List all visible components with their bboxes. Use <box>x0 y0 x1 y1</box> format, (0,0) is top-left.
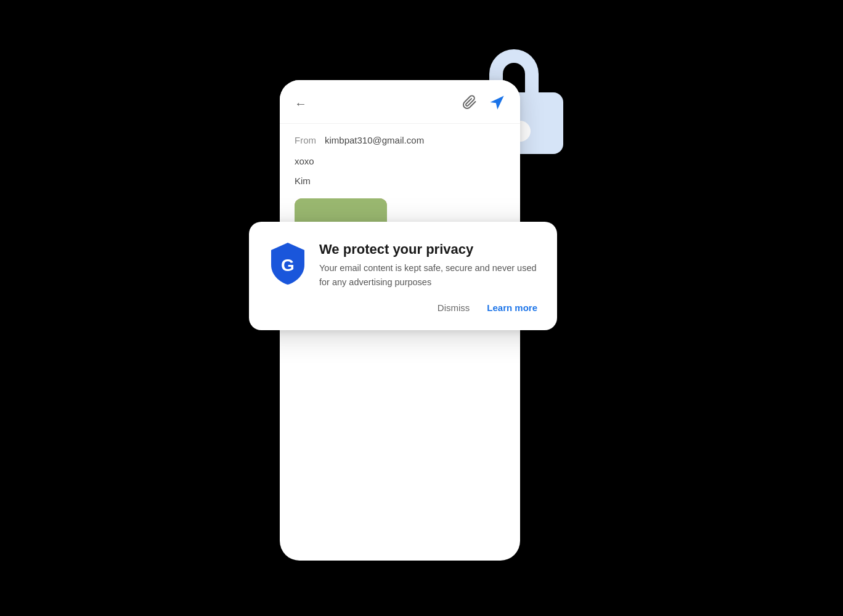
google-shield-icon: G <box>269 241 307 286</box>
privacy-text-content: We protect your privacy Your email conte… <box>319 241 537 289</box>
dismiss-button[interactable]: Dismiss <box>438 302 470 313</box>
from-email-address: kimbpat310@gmail.com <box>325 135 424 145</box>
from-row: From kimbpat310@gmail.com <box>280 124 520 154</box>
learn-more-button[interactable]: Learn more <box>487 302 537 313</box>
send-icon[interactable] <box>488 94 505 113</box>
privacy-card-header: G We protect your privacy Your email con… <box>269 241 537 289</box>
back-button[interactable]: ← <box>295 97 307 111</box>
svg-marker-0 <box>491 96 504 110</box>
privacy-description: Your email content is kept safe, secure … <box>319 261 537 289</box>
svg-text:G: G <box>281 256 295 275</box>
privacy-title: We protect your privacy <box>319 241 537 257</box>
email-line2: Kim <box>295 174 505 188</box>
scene: ← From kimbpat310@gmail.com <box>261 43 582 573</box>
from-label: From <box>295 135 316 145</box>
email-actions <box>462 94 505 113</box>
email-header: ← <box>280 80 520 124</box>
attachment-icon[interactable] <box>462 95 477 112</box>
privacy-card: G We protect your privacy Your email con… <box>249 222 557 330</box>
privacy-actions: Dismiss Learn more <box>269 302 537 313</box>
email-line1: xoxo <box>295 154 505 169</box>
